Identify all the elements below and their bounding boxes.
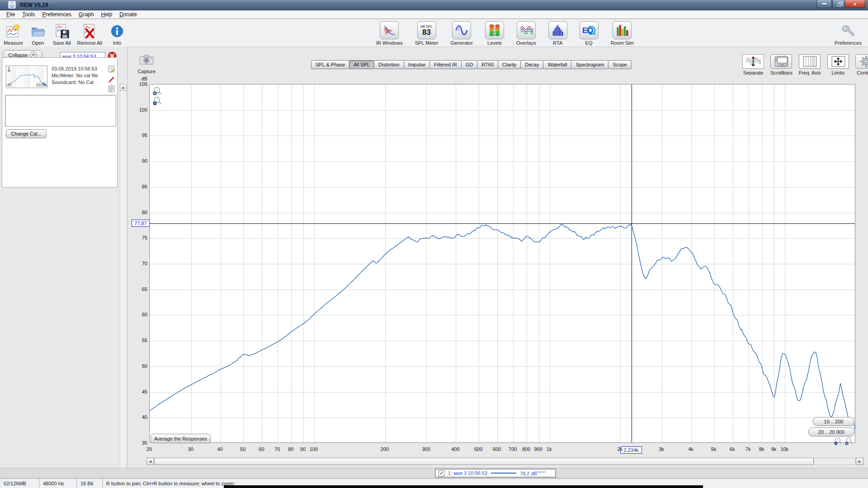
overlays-label: Overlays [516,40,536,46]
x-tick-label: 10k [780,446,788,452]
scrollbars-button[interactable]: Scrollbars [770,54,793,75]
info-sheet-icon[interactable] [108,85,115,93]
tab-waterfall[interactable]: Waterfall [543,60,571,69]
menu-tools[interactable]: Tools [19,10,38,19]
info-button[interactable]: Info [108,20,126,46]
gear-icon [855,54,868,69]
zoom-x-out-icon[interactable] [834,437,843,446]
spl-meter-button[interactable]: dB SPL83SPL Meter [415,20,439,46]
x-tick-label: 5k [711,446,717,452]
cursor-freq-readout: 2,234k [620,446,642,454]
minimize-icon [822,3,826,5]
measurement-list-empty[interactable] [5,95,116,127]
status-samplerate: 48000 Hz [39,479,77,488]
menu-file[interactable]: File [3,10,19,19]
x-tick-label: 50 [240,446,245,452]
tab-scope[interactable]: Scope [608,60,631,69]
trace-pen-icon[interactable] [108,75,115,83]
freq-axis-button[interactable]: Freq. Axis [799,54,821,75]
levels-button[interactable]: 0369Levels [485,20,504,46]
legend-box: ✓ 1: мая 3 10:56:53 78,2 dBNEW [435,469,556,478]
legend-trace-label: 1: мая 3 10:56:53 [448,470,487,476]
ir-windows-button[interactable]: IR Windows [376,20,403,46]
spl-meter-label: SPL Meter [415,40,439,46]
toolbar-center-group: IR WindowsdB SPL83SPL MeterGenerator0369… [376,20,634,46]
menu-graph[interactable]: Graph [75,10,97,19]
measure-label: Measure [4,40,23,46]
measurement-date: 03.05.2019 10:56:53 [52,66,97,71]
freq-axis-icon [799,54,821,69]
tab-clarity[interactable]: Clarity [498,60,521,69]
measure-icon [5,23,22,39]
preferences-label: Preferences [835,40,861,46]
measurement-index[interactable]: 1 [8,66,10,71]
zoom-x-in-icon[interactable] [844,437,854,446]
tab-spl-phase[interactable]: SPL & Phase [311,60,349,69]
preferences-button[interactable]: Preferences [831,20,865,46]
menu-donate[interactable]: Donate [116,10,141,19]
menu-preferences[interactable]: Preferences [38,10,75,19]
open-folder-icon [29,23,47,39]
measure-button[interactable]: Measure [4,20,23,46]
legend-line-swatch [491,473,516,474]
measurement-thumbnail[interactable]: 1 20 20,0k [6,66,47,88]
wrench-icon [840,23,857,39]
tab-impulse[interactable]: Impulse [404,60,430,69]
remove-all-button[interactable]: Remove All [77,20,103,46]
rta-button[interactable]: RTA [548,20,567,46]
notes-icon[interactable] [108,65,115,73]
controls-button[interactable]: Controls [855,54,868,75]
legend-checkbox[interactable]: ✓ [439,470,444,476]
measurement-mic-cal: Mic/Meter: No cal file [52,73,98,78]
y-tick-label: 85 [131,184,147,189]
range-20-20000-button[interactable]: 20 .. 20 000 [808,427,854,436]
eq-button[interactable]: EQEQ [580,20,599,46]
close-button[interactable]: × [844,0,865,8]
range-10-200-button[interactable]: 10 .. 200 [813,417,854,426]
separate-button[interactable]: Separate [742,54,764,75]
main-toolbar: MeasureOpenSave AllRemove AllInfo IR Win… [0,19,868,47]
generator-button[interactable]: Generator [450,20,473,46]
x-tick-label: 3k [659,446,664,452]
x-tick-label: 400 [451,446,459,452]
tab-decay[interactable]: Decay [520,60,543,69]
x-tick-label: 300 [422,446,430,452]
info-icon [108,23,126,39]
measurements-scrollbar[interactable]: ▲ ▼ [120,84,127,486]
limits-button[interactable]: Limits [827,54,849,75]
x-tick-label: 900 [534,446,542,452]
tab-rt60[interactable]: RT60 [477,60,498,69]
levels-label: Levels [487,40,502,46]
change-cal-button[interactable]: Change Cal... [6,129,47,138]
hscroll-thumb[interactable] [154,458,814,465]
overlays-button[interactable]: Overlays [516,20,536,46]
zoom-y-in-icon[interactable] [152,86,162,96]
toolbar-left-group: MeasureOpenSave AllRemove AllInfo [4,20,126,46]
room-sim-button[interactable]: Room Sim [611,20,634,46]
minimize-button[interactable] [816,0,832,8]
zoom-y-out-icon[interactable] [152,96,162,106]
status-memory: 62/126MB [0,479,39,488]
menu-help[interactable]: Help [97,10,116,19]
average-responses-button[interactable]: Average the Responses [151,434,211,443]
tab-all-spl[interactable]: All SPL [349,60,374,69]
hscroll-track[interactable] [814,458,856,465]
scrollbars-icon [770,54,792,69]
tab-spectrogram[interactable]: Spectrogram [571,60,609,69]
rta-label: RTA [553,40,562,46]
window-title: REW V5,19 [20,2,48,8]
x-tick-label: 1k [547,446,552,452]
scroll-up-arrow[interactable]: ▲ [120,84,127,91]
remove-all-label: Remove All [77,40,103,46]
save-all-button[interactable]: Save All [53,20,71,46]
tab-filtered-ir[interactable]: Filtered IR [429,60,462,69]
title-bar[interactable]: REW V5,19 × [0,0,868,10]
tab-distortion[interactable]: Distortion [374,60,404,69]
y-tick-label: 100 [131,107,147,113]
camera-icon [138,52,155,68]
hscroll-left-arrow[interactable]: ◄ [146,458,154,465]
open-button[interactable]: Open [29,20,47,46]
tab-gd[interactable]: GD [461,60,478,69]
hscroll-right-arrow[interactable]: ► [856,458,863,465]
capture-button[interactable]: Capture [132,49,161,74]
